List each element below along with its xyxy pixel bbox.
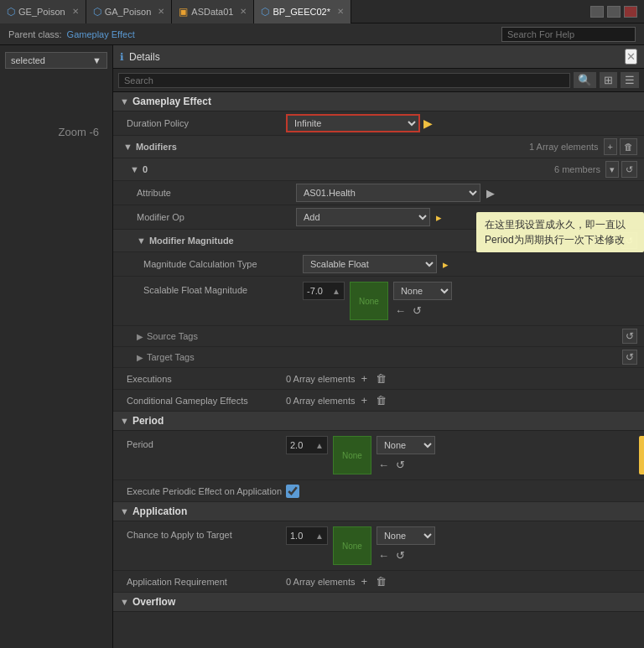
executions-delete-btn[interactable]: 🗑: [373, 371, 389, 386]
application-section-header[interactable]: ▼ Application: [113, 502, 644, 521]
execute-periodic-checkbox[interactable]: [286, 485, 299, 498]
close-button[interactable]: [624, 6, 637, 18]
application-req-delete-btn[interactable]: 🗑: [373, 574, 389, 588]
modifiers-arrow: ▼: [123, 142, 132, 152]
minimize-button[interactable]: [590, 6, 604, 18]
tab-icon-ge-poison: ⬡: [7, 6, 15, 18]
chance-apply-curve-block[interactable]: None: [333, 526, 371, 565]
scalable-float-value: -7.0 ▲ None None ← ↺: [303, 282, 637, 320]
source-tags-arrow[interactable]: ▶: [137, 332, 143, 341]
tab-ga-poison[interactable]: ⬡ GA_Poison ✕: [86, 0, 173, 23]
conditional-effects-add-btn[interactable]: +: [359, 393, 371, 407]
magnitude-calc-label: Magnitude Calculation Type: [143, 259, 303, 269]
chance-apply-num: 1.0: [290, 531, 315, 541]
period-refresh-btn[interactable]: ↺: [394, 458, 407, 472]
source-tags-label: Source Tags: [147, 331, 198, 341]
tab-label-ga-poison: GA_Poison: [105, 7, 152, 17]
scalable-float-none-select[interactable]: None: [393, 282, 452, 300]
execute-periodic-row: Execute Periodic Effect on Application: [113, 480, 644, 502]
modifier-op-reset[interactable]: ▸: [434, 210, 444, 225]
modifier-0-header[interactable]: ▼ 0 6 members ▾ ↺: [113, 158, 644, 181]
scalable-float-label: Scalable Float Magnitude: [143, 282, 303, 295]
selected-label: selected: [11, 55, 45, 65]
details-header: ℹ Details ✕: [113, 45, 644, 69]
attribute-select[interactable]: AS01.Health: [296, 184, 480, 202]
properties-area[interactable]: ▼ Gameplay Effect Duration Policy Infini…: [113, 92, 644, 648]
overflow-section-header[interactable]: ▼ Overflow: [113, 593, 644, 612]
scalable-float-arrow[interactable]: ▲: [332, 287, 340, 296]
period-label: Period: [127, 436, 286, 449]
details-icon: ℹ: [120, 51, 124, 63]
main-layout: selected ▼ Zoom -6 ℹ Details ✕ 🔍 ⊞ ☰ ▼ G…: [0, 45, 644, 648]
magnitude-calc-select[interactable]: Scalable Float: [303, 255, 437, 273]
target-tags-arrow[interactable]: ▶: [137, 353, 143, 362]
tab-label-asdata01: ASData01: [191, 7, 233, 17]
execute-periodic-value: [286, 485, 637, 498]
chance-apply-refresh-btn[interactable]: ↺: [394, 548, 407, 562]
duration-policy-label: Duration Policy: [127, 118, 286, 128]
tab-close-bp-geec02[interactable]: ✕: [337, 7, 344, 16]
parent-class-link[interactable]: Gameplay Effect: [67, 29, 135, 39]
source-tags-reset[interactable]: ↺: [622, 329, 637, 344]
duration-policy-reset-icon: ▶: [423, 117, 433, 130]
tab-close-asdata01[interactable]: ✕: [240, 7, 247, 16]
period-row: Period 2.0 ▲ None None ←: [113, 431, 644, 480]
application-req-label: Application Requirement: [127, 577, 286, 587]
magnitude-calc-reset[interactable]: ▸: [440, 257, 451, 272]
view-list-button[interactable]: ☰: [621, 72, 639, 88]
attribute-row: Attribute AS01.Health ▶: [113, 181, 644, 205]
selected-dropdown[interactable]: selected ▼: [5, 52, 107, 69]
details-search-input[interactable]: [118, 73, 570, 88]
tab-close-ge-poison[interactable]: ✕: [72, 7, 79, 16]
attribute-label: Attribute: [137, 188, 296, 198]
modifier-0-reset[interactable]: ↺: [621, 161, 637, 178]
search-button[interactable]: 🔍: [574, 72, 596, 88]
application-arrow: ▼: [120, 506, 129, 516]
tab-icon-ga-poison: ⬡: [93, 6, 101, 18]
tab-bp-geec02[interactable]: ⬡ BP_GEEC02* ✕: [254, 0, 351, 23]
modifiers-title: Modifiers: [136, 142, 177, 152]
attribute-expand-icon[interactable]: ▶: [484, 186, 497, 200]
period-arrow-row: ← ↺: [377, 458, 435, 472]
period-section-header[interactable]: ▼ Period: [113, 412, 644, 431]
tab-close-ga-poison[interactable]: ✕: [158, 7, 164, 16]
period-none-select[interactable]: None: [377, 436, 435, 454]
scalable-float-curve-block[interactable]: None: [350, 282, 388, 320]
modifier-op-select[interactable]: Add: [296, 208, 430, 226]
magnitude-calc-row: Magnitude Calculation Type Scalable Floa…: [113, 252, 644, 277]
conditional-effects-delete-btn[interactable]: 🗑: [373, 393, 389, 407]
tab-label-bp-geec02: BP_GEEC02*: [273, 7, 330, 17]
overflow-arrow: ▼: [120, 597, 129, 607]
conditional-effects-row: Conditional Gameplay Effects 0 Array ele…: [113, 390, 644, 412]
chance-apply-back-btn[interactable]: ←: [377, 548, 391, 562]
period-right: None ← ↺: [377, 436, 435, 472]
modifiers-header[interactable]: ▼ Modifiers 1 Array elements + 🗑: [113, 136, 644, 158]
period-curve-block[interactable]: None: [333, 436, 371, 474]
help-search-input[interactable]: [501, 27, 636, 42]
tab-ge-poison[interactable]: ⬡ GE_Poison ✕: [0, 0, 86, 23]
application-req-add-btn[interactable]: +: [359, 574, 371, 588]
modifiers-add-button[interactable]: +: [604, 138, 617, 155]
scalable-float-refresh-btn[interactable]: ↺: [411, 303, 423, 318]
modifiers-delete-button[interactable]: 🗑: [620, 138, 637, 155]
details-title: Details: [129, 51, 160, 63]
gameplay-effect-section-header[interactable]: ▼ Gameplay Effect: [113, 92, 644, 111]
target-tags-reset[interactable]: ↺: [622, 350, 637, 365]
tab-asdata01[interactable]: ▣ ASData01 ✕: [172, 0, 254, 23]
executions-add-btn[interactable]: +: [359, 371, 371, 386]
left-panel: selected ▼ Zoom -6: [0, 45, 113, 648]
period-back-btn[interactable]: ←: [377, 458, 391, 472]
conditional-effects-value: 0 Array elements + 🗑: [286, 393, 637, 407]
period-num-arrow[interactable]: ▲: [315, 441, 324, 450]
chance-apply-num-arrow[interactable]: ▲: [315, 531, 324, 541]
duration-policy-select[interactable]: Infinite: [286, 114, 420, 132]
chance-apply-none-select[interactable]: None: [377, 526, 435, 545]
modifier-0-collapse[interactable]: ▾: [605, 161, 619, 178]
application-req-row: Application Requirement 0 Array elements…: [113, 571, 644, 593]
scalable-float-curve-label: None: [359, 297, 379, 306]
view-grid-button[interactable]: ⊞: [600, 72, 617, 88]
details-close-button[interactable]: ✕: [625, 49, 637, 65]
maximize-button[interactable]: [607, 6, 621, 18]
modifiers-info: 1 Array elements: [529, 142, 599, 152]
scalable-float-back-btn[interactable]: ←: [393, 303, 408, 318]
